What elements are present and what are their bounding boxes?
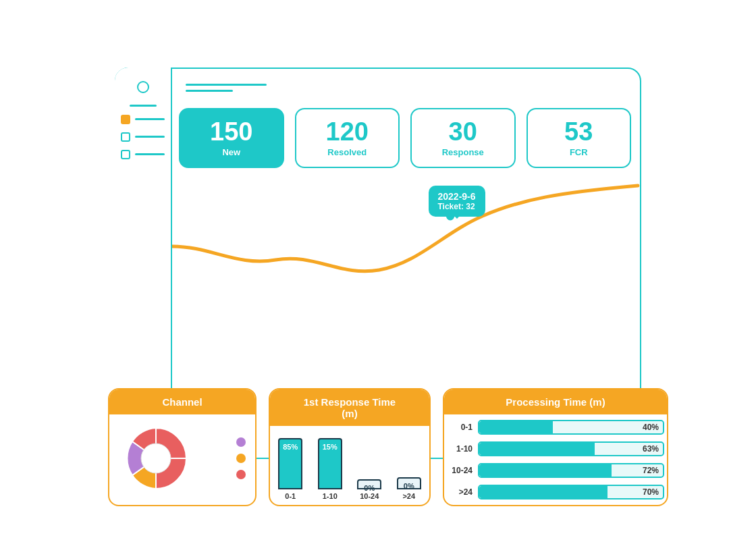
hbar-track: 72% — [478, 463, 664, 478]
sidebar-line-item-2 — [135, 136, 165, 138]
bar-x-label: 1-10 — [323, 492, 338, 500]
hbar-fill — [479, 421, 553, 433]
donut-chart — [119, 421, 193, 495]
channel-panel-header: Channel — [109, 389, 255, 414]
bar-pct-label: 15% — [323, 443, 338, 451]
bar-wrap: 15% — [318, 429, 342, 489]
bar-pct-label: 0% — [364, 484, 375, 492]
stat-card-resolved: 120Resolved — [295, 108, 400, 168]
bar: 0% — [397, 477, 421, 489]
hbar-track: 40% — [478, 420, 664, 435]
tooltip-ticket: Ticket: 32 — [438, 202, 476, 211]
hbar-pct-label: 70% — [643, 487, 659, 497]
hbar-fill — [479, 486, 608, 498]
sidebar-logo — [137, 81, 149, 93]
bar-group->24: 0%>24 — [397, 429, 421, 500]
hbar-row->24: >2470% — [447, 485, 664, 500]
hbar-pct-label: 63% — [643, 444, 659, 454]
line-chart — [172, 179, 638, 287]
hbar-pct-label: 40% — [643, 423, 659, 432]
header-line-short — [186, 90, 233, 92]
stat-number: 53 — [564, 119, 593, 144]
header-area — [172, 68, 641, 108]
hbar-range-label: >24 — [447, 487, 473, 497]
sidebar-item-1[interactable] — [121, 115, 165, 124]
bar-group-0-1: 85%0-1 — [278, 429, 302, 500]
channel-panel-body — [109, 414, 255, 502]
stat-card-fcr: 53FCR — [526, 108, 632, 168]
processing-panel: Processing Time (m) 0-140%1-1063%10-2472… — [443, 388, 668, 506]
hbar-list: 0-140%1-1063%10-2472%>2470% — [444, 414, 667, 505]
hbar-range-label: 1-10 — [447, 444, 473, 454]
hbar-row-1-10: 1-1063% — [447, 441, 664, 456]
chart-tooltip: 2022-9-6 Ticket: 32 — [429, 186, 485, 217]
stat-label: Response — [442, 147, 484, 157]
header-lines — [186, 84, 267, 92]
bar-group-1-10: 15%1-10 — [318, 429, 342, 500]
stat-cards: 150New120Resolved30Response53FCR — [179, 108, 631, 168]
header-line-long — [186, 84, 267, 86]
stat-label: New — [222, 147, 240, 157]
tooltip-date: 2022-9-6 — [438, 191, 476, 202]
channel-legend — [236, 437, 246, 479]
legend-dot-purple — [236, 437, 246, 447]
stat-card-new: 150New — [179, 108, 284, 168]
channel-panel: Channel — [108, 388, 256, 506]
chart-area: 2022-9-6 Ticket: 32 — [172, 179, 638, 287]
bar: 15% — [318, 438, 342, 490]
response-panel: 1st Response Time (m) 85%0-115%1-100%10-… — [269, 388, 431, 506]
sidebar-dot-3 — [121, 150, 130, 159]
sidebar-dot-1 — [121, 115, 130, 124]
sidebar-line-item-3 — [135, 153, 165, 155]
legend-dot-red — [236, 470, 246, 479]
sidebar-line-item-1 — [135, 118, 165, 120]
bar: 0% — [357, 479, 381, 489]
sidebar-item-3[interactable] — [121, 150, 165, 159]
bar-pct-label: 0% — [404, 482, 414, 490]
legend-dot-orange — [236, 454, 246, 463]
svg-point-1 — [141, 443, 171, 473]
hbar-track: 63% — [478, 441, 664, 456]
hbar-row-10-24: 10-2472% — [447, 463, 664, 478]
sidebar-item-2[interactable] — [121, 132, 165, 142]
hbar-pct-label: 72% — [643, 466, 659, 475]
hbar-row-0-1: 0-140% — [447, 420, 664, 435]
processing-panel-header: Processing Time (m) — [444, 389, 667, 414]
hbar-fill — [479, 464, 612, 477]
bar-wrap: 0% — [397, 429, 421, 489]
hbar-fill — [479, 443, 595, 455]
bar: 85% — [278, 438, 302, 490]
stat-number: 120 — [326, 119, 369, 144]
sidebar-dot-2 — [121, 132, 130, 142]
bar-pct-label: 85% — [283, 443, 298, 451]
dashboard: 150New120Resolved30Response53FCR 2022-9-… — [74, 54, 682, 486]
hbar-track: 70% — [478, 485, 664, 500]
bar-wrap: 85% — [278, 429, 302, 489]
bar-x-label: 10-24 — [360, 492, 379, 500]
response-panel-header: 1st Response Time (m) — [270, 389, 429, 426]
bar-x-label: 0-1 — [285, 492, 296, 500]
bottom-panels: Channel — [108, 388, 668, 506]
sidebar-line-1 — [130, 105, 157, 107]
hbar-range-label: 0-1 — [447, 423, 473, 432]
bar-group-10-24: 0%10-24 — [357, 429, 381, 500]
stat-number: 30 — [449, 119, 477, 144]
stat-number: 150 — [210, 119, 252, 144]
bar-wrap: 0% — [357, 429, 381, 489]
hbar-range-label: 10-24 — [447, 466, 473, 475]
bar-chart: 85%0-115%1-100%10-240%>24 — [270, 426, 429, 500]
bar-x-label: >24 — [402, 492, 415, 500]
stat-label: Resolved — [327, 147, 367, 157]
stat-card-response: 30Response — [410, 108, 516, 168]
stat-label: FCR — [570, 147, 588, 157]
